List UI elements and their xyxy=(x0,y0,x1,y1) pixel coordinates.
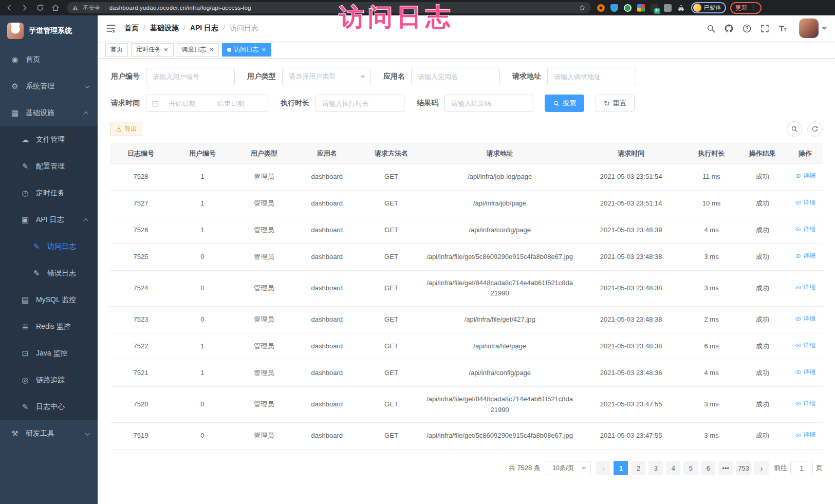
sidebar-item[interactable]: Redis 监控 xyxy=(0,313,98,340)
start-date-input[interactable] xyxy=(162,100,202,107)
duration-input[interactable] xyxy=(316,95,404,112)
sidebar-item[interactable]: 定时任务 xyxy=(0,180,98,207)
column-header: 操作 xyxy=(788,143,823,164)
app-name-input[interactable] xyxy=(411,68,500,85)
extension-icon-gray[interactable] xyxy=(664,4,672,12)
cell-user-id: 0 xyxy=(172,307,233,333)
extension-icon-green[interactable] xyxy=(624,4,632,12)
page-size-select[interactable]: 10条/页 xyxy=(546,461,591,475)
sidebar-item[interactable]: 系统管理 xyxy=(0,73,98,100)
breadcrumb-item[interactable]: 访问日志 xyxy=(230,24,258,33)
detail-link[interactable]: 详细 xyxy=(795,314,815,324)
fullscreen-icon[interactable] xyxy=(760,24,770,33)
back-icon[interactable] xyxy=(5,4,13,12)
reset-button[interactable]: 重置 xyxy=(596,95,635,112)
toggle-search-button[interactable] xyxy=(787,121,802,137)
log-icon xyxy=(21,215,30,225)
kebab-menu-icon[interactable] xyxy=(750,4,756,11)
sidebar-item[interactable]: 基础设施 xyxy=(0,100,98,126)
app-name-label: 应用名 xyxy=(382,72,405,81)
date-separator: - xyxy=(206,100,208,107)
gear-icon xyxy=(10,82,20,91)
help-icon[interactable] xyxy=(742,24,752,33)
home-icon[interactable] xyxy=(51,4,60,12)
extension-icon-orange[interactable] xyxy=(597,4,605,12)
cell-user-id: 0 xyxy=(172,270,233,307)
breadcrumb-item[interactable]: 基础设施 xyxy=(150,24,190,33)
result-code-input[interactable] xyxy=(444,95,533,112)
bookmark-star-icon[interactable] xyxy=(579,4,586,11)
extension-icon-shield[interactable] xyxy=(610,4,618,12)
page-number-button[interactable]: 753 xyxy=(736,461,751,475)
sidebar-item[interactable]: 文件管理 xyxy=(0,126,98,153)
forward-icon[interactable] xyxy=(21,4,29,12)
detail-link[interactable]: 详细 xyxy=(795,430,815,440)
page-number-button[interactable]: 4 xyxy=(666,461,680,475)
page-number-button[interactable]: 1 xyxy=(614,461,628,475)
date-range-picker[interactable]: - xyxy=(146,95,268,112)
page-number-button[interactable]: 6 xyxy=(701,461,715,475)
export-button[interactable]: 导出 xyxy=(110,122,142,136)
user-type-select[interactable]: 请选择用户类型 xyxy=(282,68,371,85)
sidebar-item[interactable]: 链路追踪 xyxy=(0,367,98,394)
close-icon[interactable] xyxy=(163,46,169,53)
eye-icon xyxy=(795,284,802,291)
page-number-button[interactable]: ••• xyxy=(718,461,733,475)
puzzle-icon[interactable] xyxy=(677,4,685,12)
breadcrumb-item[interactable]: 首页 xyxy=(124,24,150,33)
refresh-table-button[interactable] xyxy=(807,121,823,137)
close-icon[interactable] xyxy=(209,46,214,53)
tab[interactable]: 首页 xyxy=(105,43,128,57)
sidebar-item[interactable]: 日志中心 xyxy=(0,394,98,420)
detail-link[interactable]: 详细 xyxy=(795,171,815,181)
breadcrumb-item[interactable]: API 日志 xyxy=(190,24,230,33)
cell-user-type: 管理员 xyxy=(233,190,295,217)
extension-icon-translate[interactable]: 翻 xyxy=(651,4,658,12)
browser-update-button[interactable]: 更新 xyxy=(730,2,762,14)
tab[interactable]: 调度日志 xyxy=(177,43,219,57)
github-icon[interactable] xyxy=(724,24,734,33)
page-number-button[interactable]: 3 xyxy=(648,461,663,475)
tab[interactable]: 定时任务 xyxy=(131,43,174,57)
font-size-icon[interactable] xyxy=(778,24,788,33)
user-avatar-dropdown[interactable] xyxy=(799,18,827,38)
cell-user-type: 管理员 xyxy=(233,244,295,270)
detail-link[interactable]: 详细 xyxy=(795,198,815,208)
extension-icon-grid[interactable] xyxy=(637,4,645,12)
sidebar-item[interactable]: API 日志 xyxy=(0,207,98,233)
sidebar-item[interactable]: 研发工具 xyxy=(0,420,98,447)
sidebar-item[interactable]: MySQL 监控 xyxy=(0,287,98,313)
reload-icon[interactable] xyxy=(36,4,44,12)
user-id-input[interactable] xyxy=(146,68,235,85)
detail-link[interactable]: 详细 xyxy=(795,225,815,234)
end-date-input[interactable] xyxy=(211,100,251,107)
page-number-button[interactable]: 5 xyxy=(683,461,698,475)
cell-user-type: 管理员 xyxy=(233,270,295,307)
search-button[interactable]: 搜索 xyxy=(545,95,584,112)
detail-link[interactable]: 详细 xyxy=(795,251,815,261)
detail-link[interactable]: 详细 xyxy=(795,399,815,408)
detail-link[interactable]: 详细 xyxy=(795,283,815,292)
sidebar-toggle-icon[interactable] xyxy=(106,23,116,33)
prev-page-button[interactable] xyxy=(596,461,610,475)
download-icon xyxy=(116,126,122,132)
page-number-button[interactable]: 2 xyxy=(631,461,645,475)
sidebar-item[interactable]: 首页 xyxy=(0,46,98,73)
close-icon[interactable] xyxy=(261,46,266,53)
column-header: 用户编号 xyxy=(172,143,233,164)
request-url-input[interactable] xyxy=(547,68,636,85)
tab[interactable]: 访问日志 xyxy=(222,43,271,57)
sidebar-item[interactable]: 配置管理 xyxy=(0,153,98,180)
goto-page-input[interactable] xyxy=(790,461,813,475)
browser-profile-chip[interactable]: 已暂停 xyxy=(691,2,726,13)
search-icon[interactable] xyxy=(706,24,716,33)
sidebar-item[interactable]: Java 监控 xyxy=(0,340,98,367)
cell-method: GET xyxy=(359,386,423,423)
sidebar-item[interactable]: 错误日志 xyxy=(0,260,98,287)
sidebar-item[interactable]: 访问日志 xyxy=(0,233,98,260)
address-bar[interactable]: 不安全 dashboard.yudao.iocoder.cn/infra/log… xyxy=(67,2,591,13)
next-page-button[interactable] xyxy=(754,461,769,475)
detail-link[interactable]: 详细 xyxy=(795,341,815,350)
detail-link[interactable]: 详细 xyxy=(795,367,815,377)
cell-user-type: 管理员 xyxy=(233,164,295,191)
